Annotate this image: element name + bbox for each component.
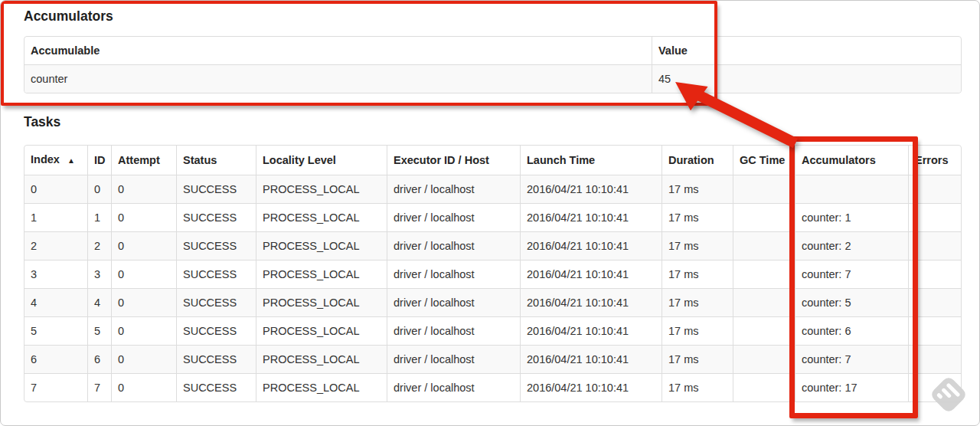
cell-status: SUCCESS (176, 175, 256, 203)
value-column-header[interactable]: Value (652, 37, 961, 64)
cell-executor: driver / localhost (387, 345, 520, 373)
locality-level-column-header[interactable]: Locality Level (256, 146, 387, 175)
task-row: 440SUCCESSPROCESS_LOCALdriver / localhos… (24, 288, 961, 316)
cell-id: 0 (87, 175, 111, 203)
cell-id: 3 (87, 260, 111, 288)
cell-launch: 2016/04/21 10:10:41 (520, 231, 662, 260)
accumulable-column-header[interactable]: Accumulable (24, 37, 652, 64)
cell-launch: 2016/04/21 10:10:41 (520, 288, 662, 316)
cell-launch: 2016/04/21 10:10:41 (520, 203, 662, 231)
cell-id: 7 (87, 373, 111, 401)
index-column-header[interactable]: Index▲ (24, 146, 87, 175)
task-row: 110SUCCESSPROCESS_LOCALdriver / localhos… (24, 203, 961, 231)
tasks-table: Index▲ ID Attempt Status Locality Level … (24, 145, 962, 402)
accumulators-column-header[interactable]: Accumulators (795, 146, 908, 175)
cell-id: 2 (87, 231, 111, 260)
cell-attempt: 0 (111, 373, 176, 401)
cell-index: 6 (24, 345, 87, 373)
cell-locality: PROCESS_LOCAL (256, 288, 387, 316)
cell-attempt: 0 (111, 260, 176, 288)
stage-page: Accumulators Accumulable Value counter 4… (1, 1, 979, 402)
cell-duration: 17 ms (662, 373, 733, 401)
cell-status: SUCCESS (176, 345, 256, 373)
cell-errors (908, 231, 961, 260)
cell-accumulators: counter: 7 (795, 345, 908, 373)
task-row: 220SUCCESSPROCESS_LOCALdriver / localhos… (24, 231, 961, 260)
cell-duration: 17 ms (662, 231, 733, 260)
cell-id: 5 (87, 316, 111, 345)
cell-id: 4 (87, 288, 111, 316)
cell-accumulators: counter: 6 (795, 316, 908, 345)
cell-errors (908, 288, 961, 316)
duration-column-header[interactable]: Duration (662, 146, 733, 175)
cell-id: 1 (87, 203, 111, 231)
cell-gc (733, 175, 795, 203)
cell-executor: driver / localhost (387, 373, 520, 401)
cell-status: SUCCESS (176, 260, 256, 288)
task-row: 770SUCCESSPROCESS_LOCALdriver / localhos… (24, 373, 961, 401)
cell-index: 2 (24, 231, 87, 260)
cell-errors (908, 203, 961, 231)
tasks-heading: Tasks (24, 115, 959, 129)
cell-index: 7 (24, 373, 87, 401)
cell-accumulators: counter: 2 (795, 231, 908, 260)
cell-duration: 17 ms (662, 175, 733, 203)
cell-index: 5 (24, 316, 87, 345)
cell-gc (733, 260, 795, 288)
cell-launch: 2016/04/21 10:10:41 (520, 175, 662, 203)
cell-errors (908, 316, 961, 345)
cell-locality: PROCESS_LOCAL (256, 260, 387, 288)
cell-attempt: 0 (111, 231, 176, 260)
cell-gc (733, 373, 795, 401)
launch-time-column-header[interactable]: Launch Time (520, 146, 662, 175)
accumulators-table: Accumulable Value counter 45 (24, 36, 962, 93)
cell-errors (908, 345, 961, 373)
cell-accumulators: counter: 5 (795, 288, 908, 316)
cell-gc (733, 316, 795, 345)
cell-locality: PROCESS_LOCAL (256, 345, 387, 373)
cell-accumulators: counter: 1 (795, 203, 908, 231)
gc-time-column-header[interactable]: GC Time (733, 146, 795, 175)
cell-executor: driver / localhost (387, 288, 520, 316)
cell-launch: 2016/04/21 10:10:41 (520, 260, 662, 288)
cell-accumulators: counter: 7 (795, 260, 908, 288)
index-header-label: Index (31, 153, 60, 165)
tasks-header-row: Index▲ ID Attempt Status Locality Level … (24, 146, 961, 175)
task-row: 330SUCCESSPROCESS_LOCALdriver / localhos… (24, 260, 961, 288)
cell-executor: driver / localhost (387, 260, 520, 288)
cell-gc (733, 345, 795, 373)
spark-ui-screenshot: Accumulators Accumulable Value counter 4… (0, 0, 980, 426)
errors-column-header[interactable]: Errors (908, 146, 961, 175)
cell-launch: 2016/04/21 10:10:41 (520, 373, 662, 401)
cell-attempt: 0 (111, 203, 176, 231)
cell-duration: 17 ms (662, 288, 733, 316)
sort-ascending-icon: ▲ (67, 156, 75, 165)
cell-gc (733, 231, 795, 260)
cell-locality: PROCESS_LOCAL (256, 203, 387, 231)
cell-status: SUCCESS (176, 316, 256, 345)
accumulators-heading: Accumulators (24, 9, 959, 24)
tasks-tbody: 000SUCCESSPROCESS_LOCALdriver / localhos… (24, 175, 961, 401)
cell-executor: driver / localhost (387, 316, 520, 345)
task-row: 660SUCCESSPROCESS_LOCALdriver / localhos… (24, 345, 961, 373)
id-column-header[interactable]: ID (87, 146, 111, 175)
executor-host-column-header[interactable]: Executor ID / Host (387, 146, 520, 175)
cell-attempt: 0 (111, 345, 176, 373)
cell-errors (908, 260, 961, 288)
cell-executor: driver / localhost (387, 231, 520, 260)
attempt-column-header[interactable]: Attempt (111, 146, 176, 175)
cell-locality: PROCESS_LOCAL (256, 373, 387, 401)
cell-index: 0 (24, 175, 87, 203)
cell-id: 6 (87, 345, 111, 373)
cell-status: SUCCESS (176, 288, 256, 316)
cell-attempt: 0 (111, 175, 176, 203)
cell-gc (733, 203, 795, 231)
cell-index: 4 (24, 288, 87, 316)
cell-launch: 2016/04/21 10:10:41 (520, 345, 662, 373)
cell-status: SUCCESS (176, 373, 256, 401)
task-row: 550SUCCESSPROCESS_LOCALdriver / localhos… (24, 316, 961, 345)
cell-errors (908, 175, 961, 203)
cell-status: SUCCESS (176, 231, 256, 260)
cell-accumulators: counter: 17 (795, 373, 908, 401)
status-column-header[interactable]: Status (176, 146, 256, 175)
